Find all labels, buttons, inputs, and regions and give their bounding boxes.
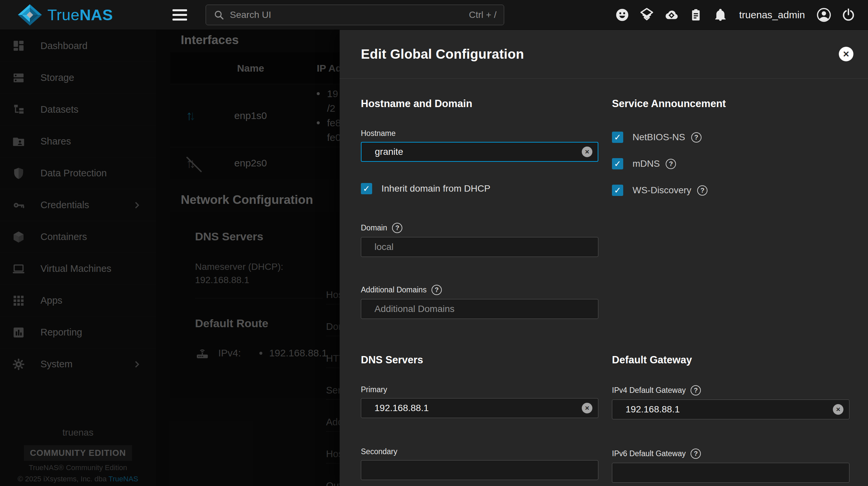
checkbox-checked-icon[interactable]: ✓ <box>361 183 372 194</box>
search-input[interactable] <box>230 10 469 20</box>
ipv6-gateway-input[interactable] <box>612 463 849 483</box>
secondary-dns-label: Secondary <box>361 447 598 456</box>
ipv6-gateway-label: IPv6 Default Gateway <box>612 449 686 458</box>
panel-body: Hostname and Domain Hostname ✕ ✓ Inherit… <box>340 78 868 483</box>
secondary-dns-field <box>361 460 598 480</box>
primary-dns-input[interactable] <box>361 398 598 418</box>
power-icon[interactable] <box>841 7 856 23</box>
ws-discovery-checkbox-row[interactable]: ✓ WS-Discovery ? <box>612 185 849 196</box>
hostname-label: Hostname <box>361 129 598 138</box>
additional-domains-input[interactable] <box>361 299 598 319</box>
clear-icon[interactable]: ✕ <box>833 404 843 415</box>
section-title: DNS Servers <box>361 354 598 366</box>
checkbox-checked-icon[interactable]: ✓ <box>612 132 623 143</box>
edit-global-configuration-panel: Edit Global Configuration ✕ Hostname and… <box>340 30 868 486</box>
domain-field <box>361 237 598 257</box>
username[interactable]: truenas_admin <box>739 9 805 21</box>
additional-domains-label-row: Additional Domains ? <box>361 285 598 295</box>
close-icon[interactable]: ✕ <box>839 47 854 61</box>
help-icon[interactable]: ? <box>697 185 708 196</box>
feedback-smiley-icon[interactable] <box>615 7 630 23</box>
help-icon[interactable]: ? <box>690 385 701 395</box>
section-title: Default Gateway <box>612 354 849 366</box>
netbios-checkbox-row[interactable]: ✓ NetBIOS-NS ? <box>612 132 849 143</box>
domain-label-row: Domain ? <box>361 223 598 233</box>
ipv4-gateway-label: IPv4 Default Gateway <box>612 386 686 395</box>
help-icon[interactable]: ? <box>666 159 676 169</box>
hostname-field: ✕ <box>361 142 598 162</box>
jobs-clipboard-icon[interactable] <box>688 7 704 23</box>
primary-dns-field: ✕ <box>361 398 598 418</box>
topbar: TrueNAS Ctrl + / <box>0 0 868 30</box>
global-search: Ctrl + / <box>206 5 504 25</box>
additional-domains-field <box>361 299 598 319</box>
cloud-icon[interactable] <box>664 7 679 23</box>
primary-dns-label: Primary <box>361 385 598 394</box>
netbios-label[interactable]: NetBIOS-NS <box>632 132 685 142</box>
panel-title: Edit Global Configuration <box>361 47 524 62</box>
help-icon[interactable]: ? <box>691 132 702 142</box>
ws-discovery-label[interactable]: WS-Discovery <box>632 185 691 196</box>
section-hostname-and-domain: Hostname and Domain Hostname ✕ ✓ Inherit… <box>361 91 598 319</box>
search-shortcut: Ctrl + / <box>469 10 497 20</box>
section-title: Service Announcement <box>612 98 849 110</box>
section-default-gateway: Default Gateway IPv4 Default Gateway ? ✕… <box>612 347 849 483</box>
truenas-logo-icon <box>18 4 42 26</box>
section-dns-servers: DNS Servers Primary ✕ Secondary <box>361 347 598 483</box>
ipv6-gateway-field <box>612 463 849 483</box>
panel-header: Edit Global Configuration ✕ <box>340 30 868 78</box>
help-icon[interactable]: ? <box>432 285 442 295</box>
checkbox-checked-icon[interactable]: ✓ <box>612 158 623 169</box>
secondary-dns-input[interactable] <box>361 460 598 480</box>
topbar-actions: truenas_admin <box>615 7 868 23</box>
section-service-announcement: Service Announcement ✓ NetBIOS-NS ? ✓ mD… <box>612 91 849 319</box>
hostname-input[interactable] <box>361 142 598 162</box>
search-icon <box>213 9 224 21</box>
truenas-logo[interactable]: TrueNAS <box>0 4 156 26</box>
truenas-app: TrueNAS Ctrl + / <box>0 0 868 486</box>
clear-icon[interactable]: ✕ <box>582 403 592 413</box>
additional-domains-label: Additional Domains <box>361 285 427 294</box>
inherit-domain-checkbox-row[interactable]: ✓ Inherit domain from DHCP <box>361 183 598 194</box>
truecommand-icon[interactable] <box>639 7 654 23</box>
mdns-label[interactable]: mDNS <box>632 159 660 169</box>
domain-input[interactable] <box>361 237 598 257</box>
ipv4-gateway-input[interactable] <box>612 399 849 419</box>
ipv4-gateway-field: ✕ <box>612 399 849 419</box>
checkbox-checked-icon[interactable]: ✓ <box>612 185 623 196</box>
alerts-bell-icon[interactable] <box>713 7 728 23</box>
brand-text: TrueNAS <box>48 6 113 24</box>
menu-toggle-icon[interactable] <box>173 9 187 21</box>
help-icon[interactable]: ? <box>392 223 402 233</box>
inherit-domain-label[interactable]: Inherit domain from DHCP <box>381 183 490 194</box>
user-avatar-icon[interactable] <box>816 7 832 23</box>
ipv6-gateway-label-row: IPv6 Default Gateway ? <box>612 449 849 459</box>
help-icon[interactable]: ? <box>690 449 701 459</box>
domain-label: Domain <box>361 223 387 232</box>
ipv4-gateway-label-row: IPv4 Default Gateway ? <box>612 385 849 395</box>
section-title: Hostname and Domain <box>361 98 598 110</box>
clear-icon[interactable]: ✕ <box>582 147 592 157</box>
mdns-checkbox-row[interactable]: ✓ mDNS ? <box>612 158 849 169</box>
